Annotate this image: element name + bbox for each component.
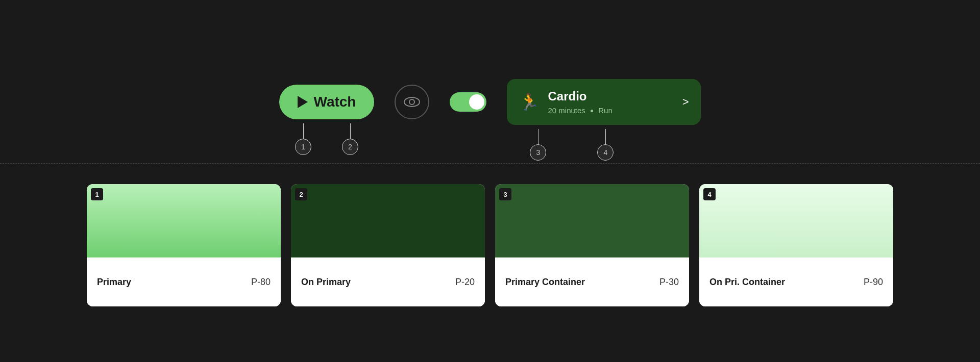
toggle-wrapper: [450, 92, 486, 112]
annotation-2: 2: [342, 123, 358, 155]
annotation-line-1: [303, 123, 304, 139]
annotation-3: 3: [530, 129, 546, 161]
annotation-1: 1: [295, 123, 311, 155]
play-icon: [298, 96, 308, 108]
watch-annotations: 1 2: [295, 123, 358, 155]
color-code-3: P-30: [659, 277, 679, 288]
annotation-line-2: [350, 123, 351, 139]
color-swatch-1: [87, 184, 281, 257]
color-card-label-2: On Primary P-20: [291, 257, 485, 306]
color-card-label-4: On Pri. Container P-90: [699, 257, 893, 306]
color-card-label-1: Primary P-80: [87, 257, 281, 306]
cardio-title: Cardio: [548, 89, 670, 104]
top-section: Watch 1 2 🏃 Cardio 20: [0, 0, 980, 163]
cardio-type: Run: [598, 106, 612, 115]
card-number-3: 3: [499, 188, 511, 200]
color-swatch-4: [699, 184, 893, 257]
cardio-card[interactable]: 🏃 Cardio 20 minutes Run > 3 4: [507, 79, 701, 125]
card-number-4: 4: [703, 188, 716, 200]
cardio-subtitle: 20 minutes Run: [548, 106, 670, 115]
toggle-knob: [469, 94, 484, 110]
svg-point-1: [409, 99, 414, 105]
color-card-3: 3 Primary Container P-30: [495, 184, 689, 306]
color-name-1: Primary: [97, 277, 131, 288]
card-number-2: 2: [295, 188, 307, 200]
card-number-1: 1: [91, 188, 103, 200]
eye-button[interactable]: [395, 85, 429, 119]
color-swatch-2: [291, 184, 485, 257]
dot-separator: [591, 110, 593, 112]
annotation-line-4: [605, 129, 606, 144]
color-code-4: P-90: [864, 277, 883, 288]
watch-label: Watch: [314, 94, 356, 110]
color-code-2: P-20: [455, 277, 475, 288]
toggle-switch[interactable]: [450, 92, 486, 112]
eye-icon: [404, 97, 420, 107]
annotation-line-3: [538, 129, 538, 144]
annotation-4: 4: [597, 129, 614, 161]
color-card-2: 2 On Primary P-20: [291, 184, 485, 306]
cardio-annotations: 3 4: [507, 129, 701, 161]
runner-icon: 🏃: [519, 92, 540, 112]
cardio-time: 20 minutes: [548, 106, 585, 115]
color-name-4: On Pri. Container: [709, 277, 785, 288]
watch-button[interactable]: Watch: [279, 85, 375, 119]
annotation-dot-3: 3: [530, 144, 546, 161]
annotation-dot-1: 1: [295, 139, 311, 155]
svg-point-0: [404, 97, 420, 107]
cardio-info: Cardio 20 minutes Run: [548, 89, 670, 115]
chevron-right-icon: >: [682, 95, 689, 109]
color-name-2: On Primary: [301, 277, 351, 288]
color-code-1: P-80: [251, 277, 271, 288]
watch-button-wrapper: Watch 1 2: [279, 85, 375, 119]
color-card-4: 4 On Pri. Container P-90: [699, 184, 893, 306]
color-name-3: Primary Container: [505, 277, 585, 288]
annotation-dot-4: 4: [597, 144, 614, 161]
annotation-dot-2: 2: [342, 139, 358, 155]
color-swatch-3: [495, 184, 689, 257]
color-card-label-3: Primary Container P-30: [495, 257, 689, 306]
color-card-1: 1 Primary P-80: [87, 184, 281, 306]
bottom-section: 1 Primary P-80 2 On Primary P-20 3 Prima…: [0, 164, 980, 362]
